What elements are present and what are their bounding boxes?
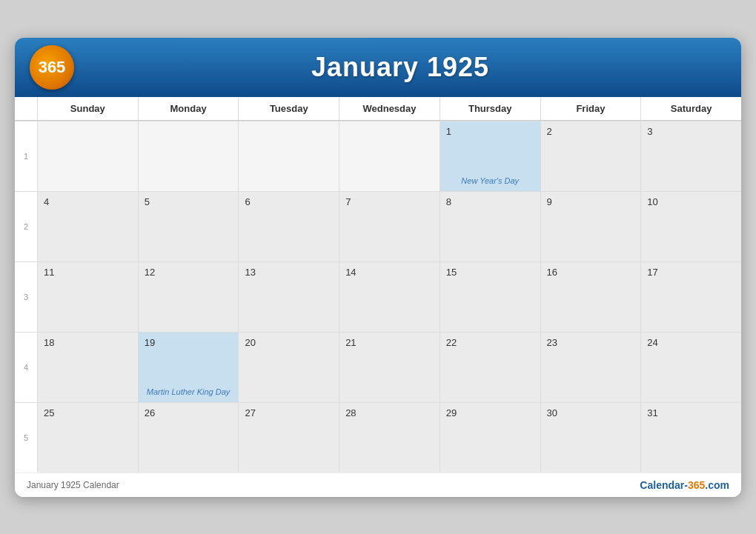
day-number: 3 — [647, 126, 735, 137]
week-number-3: 3 — [15, 261, 37, 332]
header-sunday: Sunday — [37, 97, 138, 120]
day-number: 15 — [446, 267, 534, 278]
day-cell[interactable] — [138, 121, 239, 191]
week-number-5: 5 — [15, 402, 37, 473]
day-headers-row: Sunday Monday Tuesday Wednesday Thursday… — [15, 97, 741, 121]
day-cell[interactable]: 19Martin Luther King Day — [138, 332, 239, 402]
day-cell[interactable]: 26 — [138, 402, 239, 473]
day-number: 9 — [547, 196, 635, 207]
day-cell[interactable]: 22 — [440, 332, 540, 402]
day-number: 23 — [547, 337, 635, 348]
header-saturday: Saturday — [640, 97, 741, 120]
day-cell[interactable] — [37, 121, 138, 191]
footer-left-text: January 1925 Calendar — [27, 480, 119, 490]
day-cell[interactable]: 16 — [540, 261, 641, 332]
day-number: 28 — [345, 407, 434, 418]
day-cell[interactable]: 17 — [640, 261, 741, 332]
day-number: 5 — [145, 196, 233, 207]
day-number: 2 — [547, 126, 635, 137]
day-number: 1 — [446, 126, 534, 137]
day-cell[interactable]: 11 — [37, 261, 138, 332]
footer-brand-com: .com — [705, 479, 729, 491]
header-wednesday: Wednesday — [339, 97, 440, 120]
footer-brand-cal: Calendar — [640, 479, 684, 491]
footer-brand-365: 365 — [688, 479, 705, 491]
calendar-footer: January 1925 Calendar Calendar-365.com — [15, 473, 741, 497]
day-number: 17 — [647, 267, 735, 278]
week-number-1: 1 — [15, 121, 37, 191]
day-number: 12 — [145, 267, 233, 278]
day-cell[interactable]: 10 — [640, 191, 741, 261]
day-cell[interactable]: 15 — [440, 261, 540, 332]
day-number: 20 — [245, 337, 333, 348]
day-number: 26 — [145, 407, 233, 418]
holiday-name: Martin Luther King Day — [143, 387, 234, 396]
week-number-2: 2 — [15, 191, 37, 261]
day-cell[interactable]: 27 — [238, 402, 339, 473]
calendar-title: January 1925 — [74, 52, 726, 83]
day-cell[interactable]: 1New Year's Day — [440, 121, 540, 191]
day-number: 22 — [446, 337, 534, 348]
day-cell[interactable]: 25 — [37, 402, 138, 473]
day-number: 4 — [44, 196, 132, 207]
week-num-header — [15, 97, 37, 120]
day-number: 25 — [44, 407, 132, 418]
calendar-header: 365 January 1925 — [15, 38, 741, 97]
calendar-body: 11New Year's Day232456789103111213141516… — [15, 121, 741, 473]
day-number: 13 — [245, 267, 333, 278]
day-cell[interactable]: 18 — [37, 332, 138, 402]
day-cell[interactable]: 7 — [339, 191, 440, 261]
day-number: 24 — [647, 337, 735, 348]
day-cell[interactable]: 3 — [640, 121, 741, 191]
day-cell[interactable]: 5 — [138, 191, 239, 261]
day-number: 18 — [44, 337, 132, 348]
day-cell[interactable]: 14 — [339, 261, 440, 332]
day-number: 8 — [446, 196, 534, 207]
day-number: 19 — [145, 337, 233, 348]
logo-badge: 365 — [30, 45, 74, 90]
day-number: 16 — [547, 267, 635, 278]
day-number: 7 — [345, 196, 434, 207]
day-number: 6 — [245, 196, 333, 207]
header-tuesday: Tuesday — [238, 97, 339, 120]
day-cell[interactable]: 12 — [138, 261, 239, 332]
day-cell[interactable]: 20 — [238, 332, 339, 402]
day-cell[interactable]: 28 — [339, 402, 440, 473]
day-cell[interactable]: 31 — [640, 402, 741, 473]
day-cell[interactable]: 8 — [440, 191, 540, 261]
day-cell[interactable] — [339, 121, 440, 191]
footer-right-text: Calendar-365.com — [640, 479, 729, 491]
day-number: 21 — [345, 337, 434, 348]
day-cell[interactable]: 30 — [540, 402, 641, 473]
day-number: 29 — [446, 407, 534, 418]
day-cell[interactable]: 29 — [440, 402, 540, 473]
day-number: 31 — [647, 407, 735, 418]
day-cell[interactable]: 24 — [640, 332, 741, 402]
day-number: 11 — [44, 267, 132, 278]
day-cell[interactable] — [238, 121, 339, 191]
day-cell[interactable]: 21 — [339, 332, 440, 402]
day-cell[interactable]: 4 — [37, 191, 138, 261]
header-friday: Friday — [540, 97, 641, 120]
day-cell[interactable]: 23 — [540, 332, 641, 402]
day-number: 27 — [245, 407, 333, 418]
day-number: 10 — [647, 196, 735, 207]
holiday-name: New Year's Day — [445, 176, 536, 185]
header-thursday: Thursday — [440, 97, 540, 120]
day-cell[interactable]: 6 — [238, 191, 339, 261]
day-cell[interactable]: 13 — [238, 261, 339, 332]
day-number: 14 — [345, 267, 434, 278]
calendar-container: 365 January 1925 Sunday Monday Tuesday W… — [15, 38, 741, 497]
week-number-4: 4 — [15, 332, 37, 402]
calendar-grid: Sunday Monday Tuesday Wednesday Thursday… — [15, 97, 741, 473]
day-cell[interactable]: 9 — [540, 191, 641, 261]
day-cell[interactable]: 2 — [540, 121, 641, 191]
day-number: 30 — [547, 407, 635, 418]
header-monday: Monday — [138, 97, 239, 120]
